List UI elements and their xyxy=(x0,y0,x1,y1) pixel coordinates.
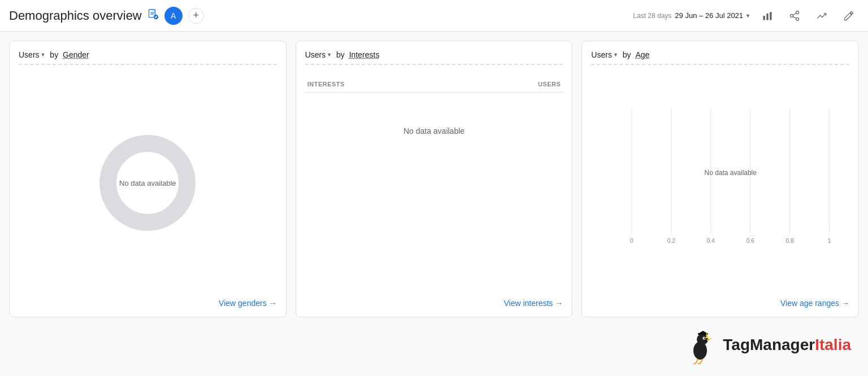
gender-chart-body: No data available xyxy=(19,72,277,294)
interests-no-data-label: No data available xyxy=(305,93,563,170)
bird-logo-icon xyxy=(684,325,718,365)
svg-rect-5 xyxy=(770,12,771,20)
svg-rect-4 xyxy=(766,13,768,20)
gender-metric-selector[interactable]: Users xyxy=(19,50,45,59)
edit-button[interactable] xyxy=(839,6,859,26)
svg-text:0.8: 0.8 xyxy=(786,238,794,244)
age-card: Users by Age 0 0.2 0.4 0.6 xyxy=(581,41,859,317)
view-interests-link[interactable]: View interests → xyxy=(504,299,563,308)
date-range-selector[interactable]: Last 28 days 29 Jun – 26 Jul 2021 xyxy=(633,11,750,20)
gender-card-footer: View genders → xyxy=(19,294,277,308)
watermark: TagManagerItalia xyxy=(684,325,851,365)
users-col-header: USERS xyxy=(461,76,563,93)
age-metric-selector[interactable]: Users xyxy=(591,50,618,59)
svg-point-8 xyxy=(796,18,799,20)
svg-line-34 xyxy=(696,359,698,364)
svg-text:1: 1 xyxy=(828,238,831,244)
svg-marker-28 xyxy=(699,331,707,333)
svg-point-7 xyxy=(791,14,793,17)
document-icon[interactable] xyxy=(147,8,159,23)
age-dimension-label: Age xyxy=(635,50,649,59)
app-header: Demographics overview A + Last 28 days 2… xyxy=(0,0,868,32)
date-range-value[interactable]: 29 Jun – 26 Jul 2021 xyxy=(675,11,750,20)
svg-text:0.2: 0.2 xyxy=(667,238,675,244)
age-card-footer: View age ranges → xyxy=(591,294,849,308)
page-title: Demographics overview xyxy=(9,8,142,23)
bar-chart-button[interactable] xyxy=(757,6,778,26)
svg-rect-1 xyxy=(151,10,155,12)
svg-point-6 xyxy=(796,11,799,14)
watermark-brand-red: Italia xyxy=(815,336,851,353)
donut-chart: No data available xyxy=(91,126,204,239)
donut-chart-wrapper: No data available xyxy=(19,98,277,268)
interests-table: INTERESTS USERS No data available xyxy=(305,76,563,169)
view-age-ranges-link[interactable]: View age ranges → xyxy=(780,299,849,308)
svg-line-9 xyxy=(793,16,796,18)
add-button[interactable]: + xyxy=(188,8,204,24)
svg-line-35 xyxy=(700,359,702,364)
svg-point-26 xyxy=(697,334,708,345)
age-bar-chart: 0 0.2 0.4 0.6 0.8 1 No data available xyxy=(591,98,849,268)
svg-text:No data available: No data available xyxy=(705,169,757,177)
gender-card: Users by Gender No data available View g… xyxy=(9,41,287,317)
trending-button[interactable] xyxy=(811,6,832,26)
watermark-brand: TagManagerItalia xyxy=(723,336,851,354)
interests-dimension-label: Interests xyxy=(349,50,380,59)
date-range-label: Last 28 days xyxy=(633,12,671,20)
interests-card: Users by Interests INTERESTS USERS No da… xyxy=(296,41,573,317)
header-right: Last 28 days 29 Jun – 26 Jul 2021 xyxy=(633,6,859,26)
gender-dimension-label: Gender xyxy=(63,50,89,59)
age-card-header: Users by Age xyxy=(591,50,849,59)
interests-col-header: INTERESTS xyxy=(305,76,461,93)
svg-point-33 xyxy=(704,338,705,339)
header-left: Demographics overview A + xyxy=(9,7,633,25)
user-avatar[interactable]: A xyxy=(164,7,183,25)
age-bar-chart-svg: 0 0.2 0.4 0.6 0.8 1 No data available xyxy=(591,98,849,254)
svg-text:0.6: 0.6 xyxy=(747,238,754,244)
interests-chart-body: INTERESTS USERS No data available xyxy=(305,72,563,294)
view-genders-link[interactable]: View genders → xyxy=(219,299,277,308)
share-button[interactable] xyxy=(784,6,805,26)
interests-card-header: Users by Interests xyxy=(305,50,563,59)
watermark-brand-black: TagManager xyxy=(723,336,815,353)
gender-card-header: Users by Gender xyxy=(19,50,277,59)
svg-text:0: 0 xyxy=(630,238,633,244)
svg-rect-30 xyxy=(706,336,708,338)
svg-rect-3 xyxy=(763,16,765,20)
donut-no-data-label: No data available xyxy=(119,179,176,187)
main-content: Users by Gender No data available View g… xyxy=(0,32,868,326)
svg-line-10 xyxy=(793,13,796,15)
age-chart-body: 0 0.2 0.4 0.6 0.8 1 No data available xyxy=(591,72,849,294)
interests-metric-selector[interactable]: Users xyxy=(305,50,332,59)
svg-text:0.4: 0.4 xyxy=(707,238,715,244)
interests-card-footer: View interests → xyxy=(305,294,563,308)
interests-no-data-row: No data available xyxy=(305,93,563,170)
